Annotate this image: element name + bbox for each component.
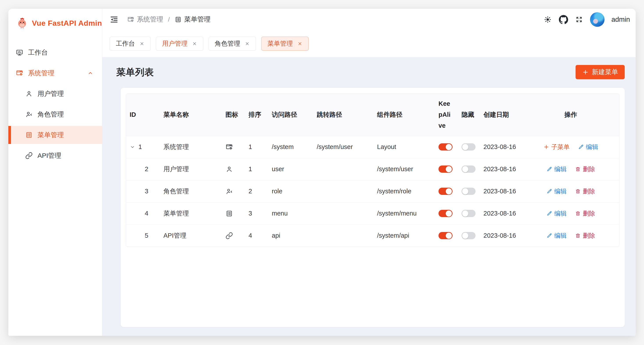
github-link[interactable]	[559, 15, 568, 24]
delete-button[interactable]: 删除	[575, 231, 595, 240]
cell-component: /system/api	[370, 224, 430, 247]
cell-created: 2023-08-16	[476, 224, 522, 247]
edit-button[interactable]: 编辑	[546, 231, 566, 240]
username-label[interactable]: admin	[612, 16, 630, 24]
user-icon	[226, 165, 233, 173]
sidebar-item-label: 系统管理	[28, 69, 54, 78]
col-header-actions: 操作	[522, 94, 619, 136]
sidebar-item-roles[interactable]: 角色管理	[8, 105, 102, 123]
menu-list-icon	[25, 131, 33, 139]
user-icon	[25, 90, 33, 97]
app-logo[interactable]: Vue FastAPI Admin	[8, 9, 102, 37]
edit-button[interactable]: 编辑	[546, 187, 566, 196]
keepalive-toggle[interactable]	[438, 143, 452, 151]
cell-id: 4	[130, 210, 148, 217]
table-row: 2 用户管理 1 user /system/user 2023-08-16	[126, 158, 619, 180]
new-menu-button[interactable]: 新建菜单	[576, 65, 625, 79]
table-row: 5 API管理 4 api /system/api 2023-08-16	[126, 224, 619, 247]
cell-name: 角色管理	[157, 180, 219, 202]
keepalive-toggle[interactable]	[438, 188, 452, 195]
toggle-knob	[462, 144, 468, 150]
cell-created: 2023-08-16	[476, 158, 522, 180]
cell-component: /system/user	[370, 158, 430, 180]
col-header-keepalive: KeepAlive	[430, 94, 454, 136]
delete-button[interactable]: 删除	[575, 165, 595, 173]
delete-button[interactable]: 删除	[575, 187, 595, 196]
edit-button[interactable]: 编辑	[578, 143, 598, 151]
expand-icon	[575, 16, 583, 24]
sidebar-item-system[interactable]: 系统管理	[8, 64, 102, 82]
cell-redirect	[309, 224, 370, 247]
cell-redirect	[309, 158, 370, 180]
hidden-toggle[interactable]	[462, 143, 476, 151]
tab-menus[interactable]: 菜单管理	[261, 37, 308, 51]
cell-id: 5	[130, 232, 148, 239]
pencil-icon	[578, 144, 584, 150]
fullscreen-button[interactable]	[575, 16, 583, 24]
keepalive-toggle[interactable]	[438, 165, 452, 173]
toggle-knob	[462, 188, 468, 194]
col-header-hidden: 隐藏	[454, 94, 476, 136]
hidden-toggle[interactable]	[462, 210, 476, 217]
cell-created: 2023-08-16	[476, 202, 522, 224]
cell-name: API管理	[157, 224, 219, 247]
window-gear-icon	[127, 16, 134, 23]
pencil-icon	[546, 188, 552, 194]
plus-icon	[543, 144, 549, 150]
cell-order: 1	[240, 136, 264, 158]
add-submenu-button[interactable]: 子菜单	[543, 143, 570, 151]
cell-order: 1	[240, 158, 264, 180]
toggle-knob	[446, 210, 452, 217]
toggle-knob	[462, 166, 468, 172]
sidebar-item-api[interactable]: API管理	[8, 147, 102, 165]
delete-button[interactable]: 删除	[575, 209, 595, 218]
sun-icon	[544, 15, 552, 24]
role-icon	[25, 111, 33, 118]
tab-close-icon[interactable]	[297, 41, 302, 46]
tab-close-icon[interactable]	[139, 41, 144, 46]
sidebar-item-workbench[interactable]: 工作台	[8, 44, 102, 62]
cell-redirect: /system/user	[309, 136, 370, 158]
pencil-icon	[546, 210, 552, 216]
trash-icon	[575, 210, 581, 216]
user-avatar[interactable]	[590, 12, 604, 27]
hidden-toggle[interactable]	[462, 232, 476, 239]
toggle-knob	[462, 210, 468, 217]
sidebar-item-menus[interactable]: 菜单管理	[8, 126, 102, 144]
cell-component: /system/role	[370, 180, 430, 202]
theme-toggle-button[interactable]	[544, 15, 552, 24]
content-area: 菜单列表 新建菜单	[102, 57, 636, 336]
app-title: Vue FastAPI Admin	[32, 19, 102, 28]
edit-button[interactable]: 编辑	[546, 209, 566, 218]
hidden-toggle[interactable]	[462, 188, 476, 195]
cell-redirect	[309, 202, 370, 224]
tab-workbench[interactable]: 工作台	[110, 37, 151, 51]
app-window: Vue FastAPI Admin 工作台 系统管理 用户管理 角色管理	[8, 9, 636, 336]
chick-logo-icon	[16, 17, 28, 30]
sidebar-item-users[interactable]: 用户管理	[8, 85, 102, 103]
keepalive-toggle[interactable]	[438, 232, 452, 239]
table-row: 4 菜单管理 3 menu /system/menu 2023-08-16	[126, 202, 619, 224]
sidebar-collapse-button[interactable]	[110, 15, 118, 24]
sidebar-item-label: 角色管理	[38, 110, 64, 119]
trash-icon	[575, 188, 581, 194]
row-expand-icon[interactable]	[130, 144, 135, 150]
cell-order: 3	[240, 202, 264, 224]
toggle-knob	[446, 144, 452, 150]
tab-close-icon[interactable]	[244, 41, 250, 46]
tab-users[interactable]: 用户管理	[156, 37, 203, 51]
hidden-toggle[interactable]	[462, 165, 476, 173]
cell-order: 4	[240, 224, 264, 247]
cell-name: 系统管理	[157, 136, 219, 158]
sidebar-item-label: 工作台	[28, 48, 48, 57]
pencil-icon	[546, 233, 552, 239]
keepalive-toggle[interactable]	[438, 210, 452, 217]
tab-roles[interactable]: 角色管理	[208, 37, 256, 51]
breadcrumb-item-system[interactable]: 系统管理	[127, 15, 163, 24]
edit-button[interactable]: 编辑	[546, 165, 566, 173]
breadcrumb-item-menus[interactable]: 菜单管理	[174, 15, 210, 24]
table-card: ID 菜单名称 图标 排序 访问路径 跳转路径 组件路径 KeepAlive 隐…	[121, 88, 625, 327]
cell-id: 3	[130, 188, 148, 195]
tab-close-icon[interactable]	[192, 41, 197, 46]
col-header-created: 创建日期	[476, 94, 522, 136]
